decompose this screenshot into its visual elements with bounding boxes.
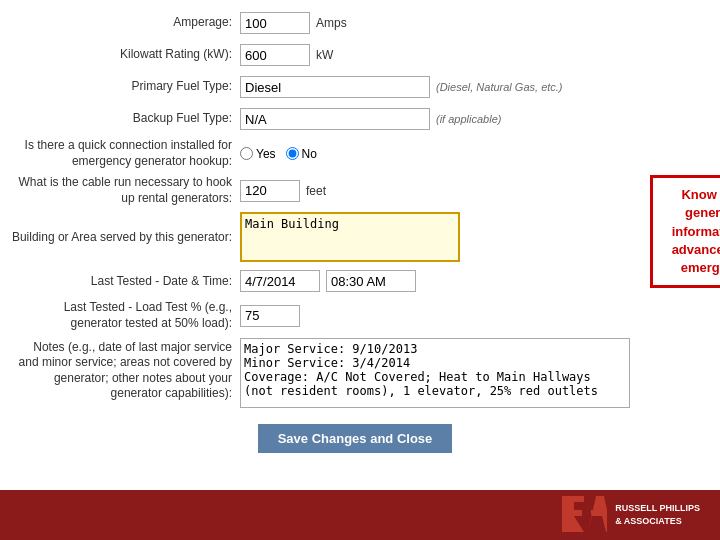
save-button[interactable]: Save Changes and Close — [258, 424, 453, 453]
primary-fuel-hint: (Diesel, Natural Gas, etc.) — [436, 81, 563, 93]
know-box-panel: Know your generator information in advan… — [650, 175, 720, 288]
load-test-label: Last Tested - Load Test % (e.g., generat… — [10, 300, 240, 331]
last-tested-label: Last Tested - Date & Time: — [10, 274, 240, 290]
save-button-row: Save Changes and Close — [10, 424, 700, 453]
last-tested-row: Last Tested - Date & Time: — [10, 268, 630, 294]
radio-yes[interactable] — [240, 147, 253, 160]
kw-row: Kilowatt Rating (kW): kW — [10, 42, 700, 68]
kw-input[interactable] — [240, 44, 310, 66]
cable-and-know-section: What is the cable run necessary to hook … — [10, 175, 700, 413]
last-tested-time-input[interactable] — [326, 270, 416, 292]
primary-fuel-row: Primary Fuel Type: (Diesel, Natural Gas,… — [10, 74, 700, 100]
form-container: Amperage: Amps Kilowatt Rating (kW): kW … — [0, 0, 720, 490]
footer: RUSSELL PHILLIPS & ASSOCIATES — [0, 490, 720, 540]
cable-run-unit: feet — [306, 184, 326, 198]
notes-input[interactable]: Major Service: 9/10/2013 Minor Service: … — [240, 338, 630, 408]
footer-company-text: RUSSELL PHILLIPS & ASSOCIATES — [615, 502, 700, 527]
svg-rect-1 — [562, 496, 584, 502]
kw-label: Kilowatt Rating (kW): — [10, 47, 240, 63]
backup-fuel-hint: (if applicable) — [436, 113, 501, 125]
backup-fuel-row: Backup Fuel Type: (if applicable) — [10, 106, 700, 132]
footer-logo-area: RUSSELL PHILLIPS & ASSOCIATES — [562, 496, 700, 534]
svg-marker-3 — [572, 516, 584, 532]
cable-run-input[interactable] — [240, 180, 300, 202]
radio-no-item: No — [286, 147, 317, 161]
amperage-row: Amperage: Amps — [10, 10, 700, 36]
svg-rect-2 — [562, 510, 582, 516]
cable-run-row: What is the cable run necessary to hook … — [10, 175, 630, 206]
amperage-label: Amperage: — [10, 15, 240, 31]
primary-fuel-input[interactable] — [240, 76, 430, 98]
radio-yes-label: Yes — [256, 147, 276, 161]
amperage-unit: Amps — [316, 16, 347, 30]
building-area-row: Building or Area served by this generato… — [10, 212, 630, 262]
footer-company-line1: RUSSELL PHILLIPS — [615, 502, 700, 515]
footer-company-line2: & ASSOCIATES — [615, 515, 700, 528]
load-test-row: Last Tested - Load Test % (e.g., generat… — [10, 300, 630, 331]
notes-label: Notes (e.g., date of last major service … — [10, 338, 240, 402]
backup-fuel-input[interactable] — [240, 108, 430, 130]
notes-row: Notes (e.g., date of last major service … — [10, 338, 630, 408]
amperage-input[interactable] — [240, 12, 310, 34]
primary-fuel-label: Primary Fuel Type: — [10, 79, 240, 95]
svg-rect-5 — [591, 510, 605, 515]
building-area-input[interactable]: Main Building — [240, 212, 460, 262]
building-area-label: Building or Area served by this generato… — [10, 230, 240, 246]
radio-no-label: No — [302, 147, 317, 161]
quick-connect-label: Is there a quick connection installed fo… — [10, 138, 240, 169]
quick-connect-radio-group: Yes No — [240, 147, 317, 161]
form-left-section: What is the cable run necessary to hook … — [10, 175, 630, 413]
load-test-input[interactable] — [240, 305, 300, 327]
kw-unit: kW — [316, 48, 333, 62]
last-tested-date-input[interactable] — [240, 270, 320, 292]
know-box: Know your generator information in advan… — [650, 175, 720, 288]
cable-run-label: What is the cable run necessary to hook … — [10, 175, 240, 206]
radio-no[interactable] — [286, 147, 299, 160]
radio-yes-item: Yes — [240, 147, 276, 161]
datetime-group — [240, 270, 416, 292]
backup-fuel-label: Backup Fuel Type: — [10, 111, 240, 127]
quick-connect-row: Is there a quick connection installed fo… — [10, 138, 700, 169]
company-logo-icon — [562, 496, 607, 534]
